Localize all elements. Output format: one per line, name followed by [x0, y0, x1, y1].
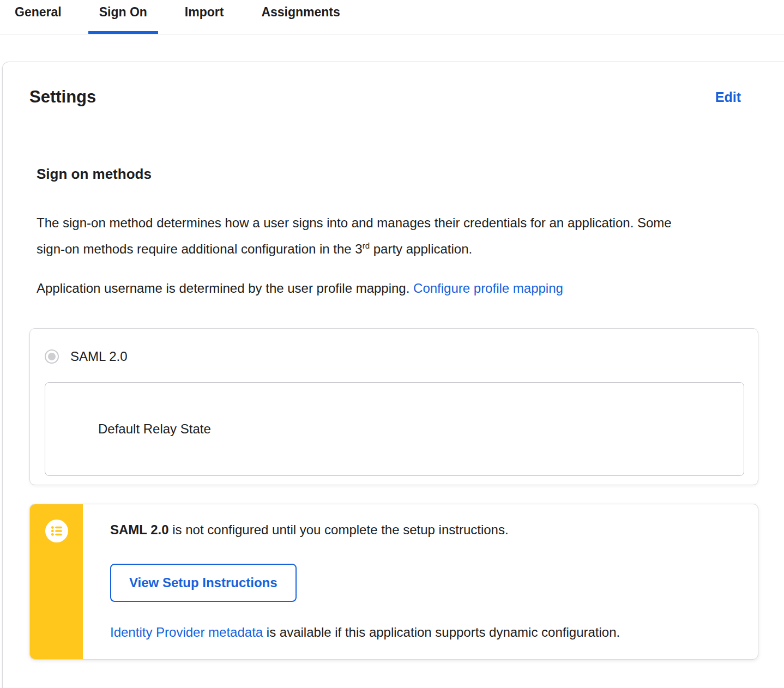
tab-general[interactable]: General	[4, 0, 73, 34]
sign-on-methods-heading: Sign on methods	[37, 166, 741, 183]
description-text: The sign-on method determines how a user…	[37, 215, 672, 256]
configure-profile-mapping-link[interactable]: Configure profile mapping	[413, 281, 563, 295]
saml-method-box: SAML 2.0 Default Relay State	[29, 328, 758, 485]
page-title: Settings	[29, 87, 96, 107]
callout-footer: Identity Provider metadata is available …	[110, 624, 736, 641]
callout-footer-rest: is available if this application support…	[263, 625, 620, 639]
description-text-end: party application.	[370, 242, 472, 256]
username-mapping-note: Application username is determined by th…	[37, 279, 741, 298]
identity-provider-metadata-link[interactable]: Identity Provider metadata	[110, 625, 263, 639]
callout-message: SAML 2.0 is not configured until you com…	[110, 522, 736, 538]
default-relay-state-label: Default Relay State	[98, 421, 211, 437]
ordinal-superscript: rd	[363, 241, 370, 250]
app-tab-bar: General Sign On Import Assignments	[0, 0, 784, 34]
callout-message-rest: is not configured until you complete the…	[169, 522, 509, 537]
sign-on-methods-description: The sign-on method determines how a user…	[37, 210, 685, 262]
username-mapping-text: Application username is determined by th…	[37, 281, 413, 295]
saml-radio-label: SAML 2.0	[70, 349, 128, 364]
tab-import[interactable]: Import	[174, 0, 235, 34]
settings-panel: Settings Edit Sign on methods The sign-o…	[2, 62, 784, 688]
callout-accent-bar	[30, 504, 83, 659]
tab-sign-on[interactable]: Sign On	[88, 0, 158, 34]
callout-message-bold: SAML 2.0	[110, 522, 169, 537]
settings-header: Settings Edit	[29, 62, 741, 107]
default-relay-state-field: Default Relay State	[45, 382, 744, 476]
saml-setup-callout: SAML 2.0 is not configured until you com…	[29, 504, 758, 660]
edit-link[interactable]: Edit	[715, 89, 741, 105]
list-icon	[45, 520, 68, 542]
view-setup-instructions-button[interactable]: View Setup Instructions	[110, 564, 297, 602]
saml-radio[interactable]	[45, 349, 59, 364]
callout-body: SAML 2.0 is not configured until you com…	[83, 504, 758, 659]
saml-radio-row: SAML 2.0	[45, 348, 744, 365]
radio-dot-icon	[48, 353, 56, 360]
tab-assignments[interactable]: Assignments	[250, 0, 351, 34]
